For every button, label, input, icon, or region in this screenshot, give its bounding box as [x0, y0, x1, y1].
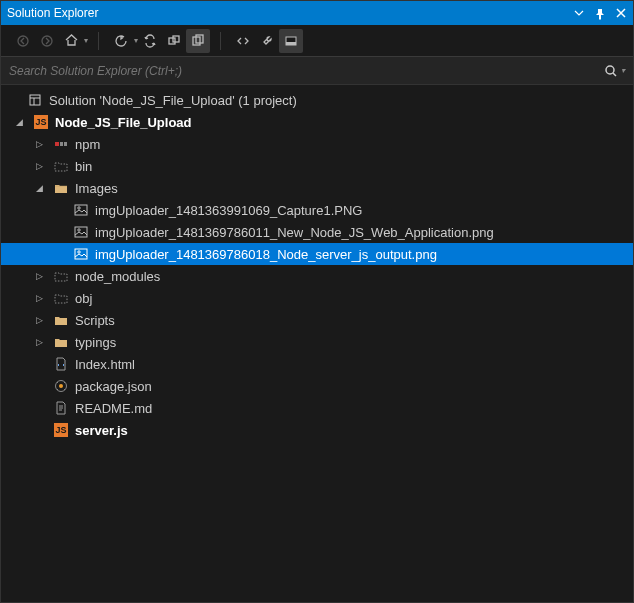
svg-rect-11: [60, 142, 63, 146]
tree-item-image-file[interactable]: imgUploader_1481363991069_Capture1.PNG: [1, 199, 633, 221]
folder-icon: [53, 180, 69, 196]
item-label: Images: [75, 181, 118, 196]
svg-rect-10: [55, 142, 59, 146]
tree-item-typings[interactable]: ▷ typings: [1, 331, 633, 353]
item-label: server.js: [75, 423, 128, 438]
expander-closed-icon[interactable]: ▷: [33, 160, 45, 172]
search-input[interactable]: [9, 64, 604, 78]
blank-expander: [13, 94, 25, 106]
solution-row[interactable]: Solution 'Node_JS_File_Upload' (1 projec…: [1, 89, 633, 111]
js-file-icon: JS: [53, 422, 69, 438]
titlebar: Solution Explorer: [1, 1, 633, 25]
close-icon[interactable]: [616, 8, 627, 19]
sync-button[interactable]: [138, 29, 162, 53]
svg-rect-7: [286, 42, 296, 45]
folder-ghost-icon: [53, 290, 69, 306]
home-button[interactable]: [59, 29, 83, 53]
svg-rect-15: [75, 227, 87, 237]
refresh-button[interactable]: [109, 29, 133, 53]
image-icon: [73, 224, 89, 240]
back-button[interactable]: [11, 29, 35, 53]
expander-closed-icon[interactable]: ▷: [33, 138, 45, 150]
preview-button[interactable]: [279, 29, 303, 53]
item-label: imgUploader_1481369786018_Node_server_js…: [95, 247, 437, 262]
svg-point-14: [78, 207, 80, 209]
image-icon: [73, 246, 89, 262]
solution-label: Solution 'Node_JS_File_Upload' (1 projec…: [49, 93, 297, 108]
tree-item-npm[interactable]: ▷ npm: [1, 133, 633, 155]
tree-item-obj[interactable]: ▷ obj: [1, 287, 633, 309]
tree-item-index-html[interactable]: Index.html: [1, 353, 633, 375]
expander-closed-icon[interactable]: ▷: [33, 336, 45, 348]
item-label: Index.html: [75, 357, 135, 372]
project-label: Node_JS_File_Upload: [55, 115, 192, 130]
expander-open-icon[interactable]: ◢: [13, 116, 25, 128]
svg-rect-17: [75, 249, 87, 259]
tree-item-image-file[interactable]: imgUploader_1481369786011_New_Node_JS_We…: [1, 221, 633, 243]
separator: [98, 32, 99, 50]
tree-item-readme[interactable]: README.md: [1, 397, 633, 419]
json-file-icon: [53, 378, 69, 394]
file-icon: [53, 400, 69, 416]
item-label: typings: [75, 335, 116, 350]
expander-closed-icon[interactable]: ▷: [33, 292, 45, 304]
tree-item-scripts[interactable]: ▷ Scripts: [1, 309, 633, 331]
chevron-down-icon[interactable]: ▾: [84, 36, 88, 45]
item-label: npm: [75, 137, 100, 152]
tree-item-image-file-selected[interactable]: imgUploader_1481369786018_Node_server_js…: [1, 243, 633, 265]
svg-rect-12: [64, 142, 67, 146]
panel-title: Solution Explorer: [7, 6, 98, 20]
search-icon[interactable]: [604, 64, 618, 78]
show-all-files-button[interactable]: [186, 29, 210, 53]
properties-button[interactable]: [255, 29, 279, 53]
expander-closed-icon[interactable]: ▷: [33, 314, 45, 326]
tree-item-bin[interactable]: ▷ bin: [1, 155, 633, 177]
html-file-icon: [53, 356, 69, 372]
svg-point-16: [78, 229, 80, 231]
solution-tree: Solution 'Node_JS_File_Upload' (1 projec…: [1, 85, 633, 602]
item-label: obj: [75, 291, 92, 306]
dropdown-icon[interactable]: [574, 8, 585, 19]
separator: [220, 32, 221, 50]
tree-item-package-json[interactable]: package.json: [1, 375, 633, 397]
expander-open-icon[interactable]: ◢: [33, 182, 45, 194]
folder-icon: [53, 312, 69, 328]
chevron-down-icon[interactable]: ▾: [621, 66, 625, 75]
item-label: bin: [75, 159, 92, 174]
tree-item-server-js[interactable]: JS server.js: [1, 419, 633, 441]
svg-rect-13: [75, 205, 87, 215]
svg-point-8: [606, 66, 614, 74]
project-row[interactable]: ◢ JS Node_JS_File_Upload: [1, 111, 633, 133]
item-label: node_modules: [75, 269, 160, 284]
svg-point-0: [18, 36, 28, 46]
expander-closed-icon[interactable]: ▷: [33, 270, 45, 282]
folder-icon: [53, 334, 69, 350]
collapse-all-button[interactable]: [162, 29, 186, 53]
item-label: imgUploader_1481363991069_Capture1.PNG: [95, 203, 362, 218]
item-label: imgUploader_1481369786011_New_Node_JS_We…: [95, 225, 494, 240]
js-project-icon: JS: [33, 114, 49, 130]
pin-icon[interactable]: [595, 8, 606, 19]
svg-rect-2: [169, 38, 175, 44]
folder-ghost-icon: [53, 268, 69, 284]
tree-item-node-modules[interactable]: ▷ node_modules: [1, 265, 633, 287]
svg-rect-3: [173, 36, 179, 42]
npm-icon: [53, 136, 69, 152]
toolbar: ▾ ▾: [1, 25, 633, 57]
svg-point-18: [78, 251, 80, 253]
folder-ghost-icon: [53, 158, 69, 174]
svg-point-1: [42, 36, 52, 46]
image-icon: [73, 202, 89, 218]
forward-button[interactable]: [35, 29, 59, 53]
search-bar: ▾: [1, 57, 633, 85]
tree-item-images[interactable]: ◢ Images: [1, 177, 633, 199]
item-label: package.json: [75, 379, 152, 394]
item-label: Scripts: [75, 313, 115, 328]
solution-icon: [27, 92, 43, 108]
svg-point-19: [59, 384, 63, 388]
svg-rect-9: [30, 95, 40, 105]
view-code-button[interactable]: [231, 29, 255, 53]
item-label: README.md: [75, 401, 152, 416]
